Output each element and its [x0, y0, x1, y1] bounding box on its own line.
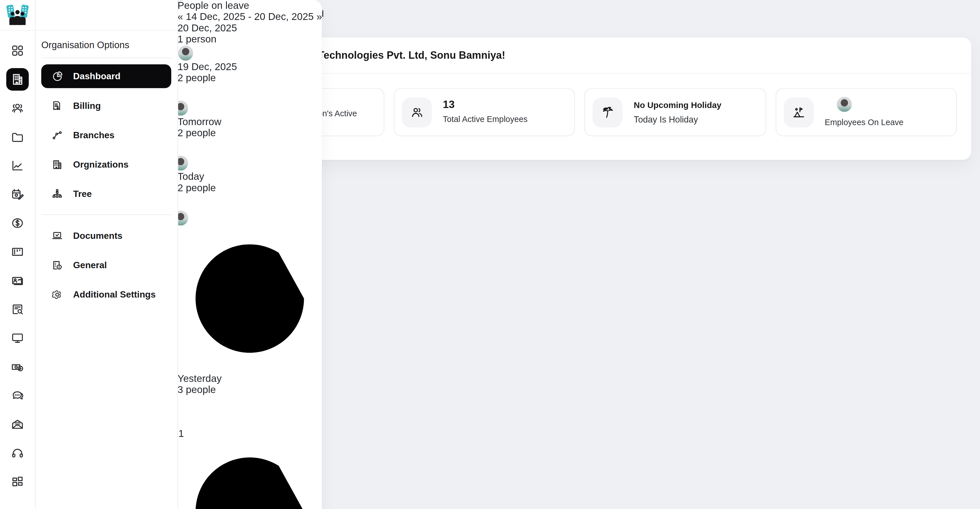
leave-count: 1 person	[178, 33, 322, 45]
sidebar-menu: Dashboard Billing Branches Orgnizations …	[35, 58, 178, 306]
sidebar: Organisation Options Dashboard Billing B…	[35, 0, 178, 509]
sidebar-item-documents[interactable]: Documents	[41, 224, 171, 247]
people-on-leave-title: People on leave	[178, 0, 322, 11]
app-logo[interactable]	[0, 0, 35, 30]
rail-building-icon[interactable]	[6, 68, 29, 91]
avatar	[178, 84, 194, 100]
divider	[41, 214, 171, 215]
users-icon	[402, 97, 431, 127]
sidebar-item-additional-settings[interactable]: Additional Settings	[41, 282, 171, 306]
rail-mail-icon[interactable]	[6, 413, 29, 436]
sidebar-item-label: Tree	[73, 189, 92, 199]
branch-icon	[51, 129, 63, 141]
leave-avatars	[178, 194, 322, 226]
org-tree-icon	[51, 188, 63, 200]
rail-chat-icon[interactable]	[6, 384, 29, 407]
leave-row[interactable]: Tomorrow 2 people	[178, 116, 322, 171]
rail-users-icon[interactable]	[6, 97, 29, 119]
leave-date-range: 14 Dec, 2025 - 20 Dec, 2025	[186, 11, 314, 22]
leave-row[interactable]: 20 Dec, 2025 1 person	[178, 22, 322, 61]
rail-dollar-coin-icon[interactable]	[6, 212, 29, 234]
rail-headset-icon[interactable]	[6, 442, 29, 464]
leave-date: Today	[178, 171, 322, 182]
leave-row[interactable]: 15 Dec, 2025 4 people +2	[178, 439, 322, 509]
building-icon	[51, 159, 63, 170]
leave-date: Tomorrow	[178, 116, 322, 127]
sidebar-item-dashboard[interactable]: Dashboard	[41, 64, 171, 88]
sidebar-item-label: Dashboard	[73, 71, 121, 81]
stat-card-holiday: No Upcoming Holiday Today Is Holiday	[584, 88, 766, 136]
leave-count: 2 people	[178, 127, 322, 138]
sidebar-item-general[interactable]: General	[41, 253, 171, 277]
leave-avatars	[178, 84, 322, 116]
sidebar-top-spacer	[35, 0, 178, 30]
sidebar-item-label: Billing	[73, 100, 101, 111]
stat-card-employees-on-leave: Employees On Leave	[775, 88, 957, 136]
rail-document-search-icon[interactable]	[6, 298, 29, 321]
avatar	[178, 396, 194, 412]
check-circle-icon	[178, 439, 322, 509]
stat-label: Employees On Leave	[825, 116, 903, 128]
stat-card-total-employees: 13 Total Active Employees	[393, 88, 575, 136]
avatar	[178, 194, 194, 210]
sidebar-item-label: General	[73, 260, 107, 270]
avatar	[836, 96, 852, 112]
bill-receipt-icon	[51, 100, 63, 112]
leave-avatars	[825, 96, 903, 112]
rail-line-chart-icon[interactable]	[6, 154, 29, 177]
gear-icon	[51, 288, 63, 301]
vacation-icon	[783, 97, 813, 127]
rail-apps-grid-2-icon[interactable]	[6, 471, 29, 493]
avatar	[178, 139, 194, 155]
avatar	[178, 45, 194, 61]
sidebar-title: Organisation Options	[35, 30, 178, 57]
rail-payroll-icon[interactable]	[6, 356, 29, 378]
palm-tree-icon	[593, 97, 622, 127]
rail-monitor-icon[interactable]	[6, 327, 29, 349]
range-prev-icon[interactable]: «	[178, 11, 183, 22]
leave-count: 3 people	[178, 385, 322, 396]
more-count-badge: +1	[172, 428, 322, 439]
leave-date: 19 Dec, 2025	[178, 61, 322, 72]
sidebar-item-label: Documents	[73, 231, 123, 240]
leave-date: Yesterday	[178, 373, 322, 385]
sidebar-item-branches[interactable]: Branches	[41, 123, 171, 147]
sidebar-item-organizations[interactable]: Orgnizations	[41, 153, 171, 176]
main-content: > Organization > Dashboard Welcome to Ze…	[178, 0, 980, 509]
sidebar-item-label: Branches	[73, 130, 115, 140]
leave-range-nav: « 14 Dec, 2025 - 20 Dec, 2025 »	[178, 11, 322, 22]
sidebar-item-billing[interactable]: Billing	[41, 94, 171, 118]
leave-avatars: +1	[178, 396, 322, 439]
sidebar-item-label: Orgnizations	[73, 159, 129, 169]
stat-title: No Upcoming Holiday	[634, 100, 721, 110]
document-info-icon	[51, 259, 63, 271]
leave-row[interactable]: 19 Dec, 2025 2 people	[178, 61, 322, 116]
stat-label: Total Active Employees	[443, 113, 527, 126]
leave-avatars	[178, 45, 322, 61]
rail-icon-list	[0, 30, 35, 493]
sidebar-item-label: Additional Settings	[73, 289, 156, 299]
rail-id-card-icon[interactable]	[6, 269, 29, 292]
rail-kanban-icon[interactable]	[6, 240, 29, 263]
leave-count: 2 people	[178, 182, 322, 194]
stat-value: 13	[443, 99, 527, 111]
leave-timeline: 20 Dec, 2025 1 person 19 Dec, 2025 2 peo…	[178, 22, 322, 509]
laptop-check-icon	[51, 230, 63, 242]
leave-date: 20 Dec, 2025	[178, 22, 322, 33]
leave-count: 2 people	[178, 72, 322, 84]
leave-row[interactable]: Yesterday 3 people +1	[178, 226, 322, 439]
leave-avatars	[178, 139, 322, 171]
check-circle-icon	[178, 226, 322, 373]
range-next-icon[interactable]: »	[317, 11, 322, 22]
pie-chart-icon	[51, 70, 63, 83]
people-on-leave-card: People on leave « 14 Dec, 2025 - 20 Dec,…	[178, 0, 322, 509]
brand-logo-icon	[6, 4, 29, 25]
rail-folder-icon[interactable]	[6, 126, 29, 148]
icon-rail	[0, 0, 36, 509]
rail-calendar-edit-icon[interactable]	[6, 183, 29, 205]
stat-subtitle: Today Is Holiday	[634, 114, 721, 124]
rail-apps-grid-icon[interactable]	[6, 39, 29, 62]
sidebar-item-tree[interactable]: Tree	[41, 182, 171, 205]
leave-row[interactable]: Today 2 people	[178, 171, 322, 226]
app-window: Organisation Options Dashboard Billing B…	[0, 0, 980, 509]
